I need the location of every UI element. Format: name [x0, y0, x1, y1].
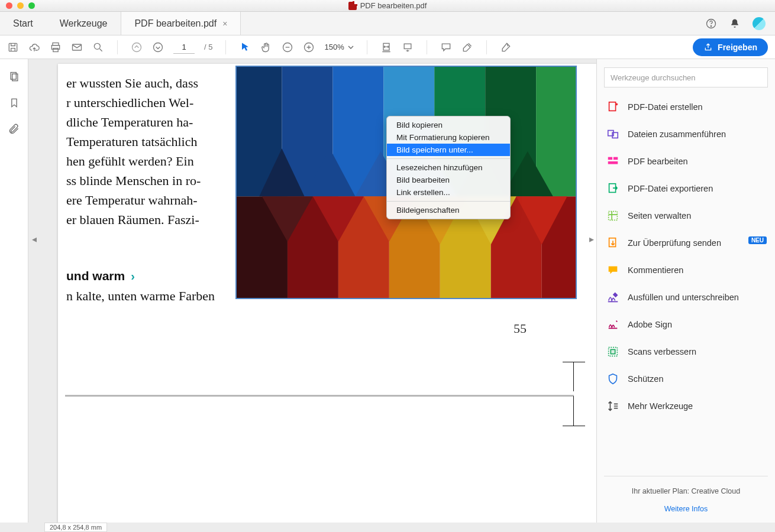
tool-fillsign[interactable]: Ausfüllen und unterschreiben	[600, 284, 771, 311]
comment-icon[interactable]	[440, 41, 452, 53]
combine-icon	[606, 128, 619, 141]
bell-icon[interactable]	[729, 18, 741, 30]
review-icon	[606, 236, 619, 249]
tool-label: Scans verbessern	[628, 347, 696, 356]
export-icon	[606, 182, 619, 195]
body-line: dliche Temperaturen ha-	[66, 112, 193, 132]
tool-export[interactable]: PDF-Datei exportieren	[600, 175, 771, 202]
svg-rect-50	[609, 212, 618, 220]
svg-rect-14	[11, 73, 16, 80]
organize-icon	[606, 209, 619, 222]
tool-label: Ausfüllen und unterschreiben	[628, 293, 739, 302]
bookmark-icon[interactable]	[8, 97, 20, 109]
print-icon[interactable]	[50, 41, 62, 53]
context-menu-item[interactable]: Mit Formatierung kopieren	[387, 131, 510, 144]
tool-scan[interactable]: Scans verbessern	[600, 338, 771, 365]
caption: n kalte, unten warme Farben	[66, 286, 215, 306]
more-info-link[interactable]: Weitere Infos	[597, 505, 775, 513]
status-bar: 204,8 x 254,8 mm	[0, 523, 775, 532]
erase-icon[interactable]	[500, 41, 512, 53]
body-line: r unterschiedlichen Wel-	[66, 93, 193, 113]
tool-combine[interactable]: Dateien zusammenführen	[600, 121, 771, 148]
highlight-icon[interactable]	[461, 41, 473, 53]
tool-more[interactable]: Mehr Werkzeuge	[600, 392, 771, 420]
page-up-icon[interactable]	[131, 41, 143, 53]
page-number-input[interactable]	[173, 41, 195, 54]
body-line: er wussten Sie auch, dass	[66, 73, 198, 93]
tool-create[interactable]: PDF-Datei erstellen	[600, 93, 771, 121]
zoom-dropdown[interactable]: 150%	[324, 43, 353, 51]
body-line: ere Temperatur wahrnah-	[66, 190, 198, 210]
tools-search-input[interactable]: Werkzeuge durchsuchen	[604, 67, 768, 87]
panel-handle-left[interactable]: ◂	[30, 231, 39, 247]
tool-adobesign[interactable]: Adobe Sign	[600, 311, 771, 338]
tool-protect[interactable]: Schützen	[600, 365, 771, 392]
document-canvas[interactable]: ◂ er wussten Sie auch, dassr unterschied…	[28, 59, 596, 523]
svg-rect-48	[608, 161, 618, 164]
fillsign-icon	[606, 291, 619, 304]
tool-label: Mehr Werkzeuge	[628, 401, 693, 411]
tab-tools[interactable]: Werkzeuge	[47, 12, 121, 35]
tool-edit[interactable]: PDF bearbeiten	[600, 148, 771, 175]
panel-handle-right[interactable]: ▸	[587, 231, 596, 247]
tool-review[interactable]: Zur Überprüfung sendenNEU	[600, 229, 771, 257]
tool-label: Zur Überprüfung senden	[628, 238, 721, 248]
avatar[interactable]	[753, 17, 766, 30]
tool-label: Dateien zusammenführen	[628, 129, 726, 139]
tab-document[interactable]: PDF bearbeiten.pdf ×	[121, 12, 241, 35]
pdf-page: er wussten Sie auch, dassr unterschiedli…	[58, 64, 596, 523]
tool-label: PDF-Datei exportieren	[628, 184, 713, 193]
tool-organize[interactable]: Seiten verwalten	[600, 202, 771, 229]
svg-rect-53	[611, 349, 615, 353]
pan-hand-icon[interactable]	[260, 41, 272, 53]
toolbar: / 5 150% Freigeben	[0, 35, 775, 59]
context-menu-item[interactable]: Bildeigenschaften	[387, 204, 510, 216]
left-nav-rail	[0, 59, 28, 523]
create-icon	[606, 100, 619, 113]
tool-label: Kommentieren	[628, 265, 683, 275]
more-icon	[606, 400, 619, 413]
page-total-label: / 5	[204, 43, 212, 51]
cloud-upload-icon[interactable]	[28, 41, 40, 53]
attachment-icon[interactable]	[8, 123, 20, 135]
context-menu-item[interactable]: Lesezeichen hinzufügen	[387, 161, 510, 174]
save-icon[interactable]	[7, 41, 19, 53]
subheading: und warm›	[66, 267, 135, 286]
body-line: ss blinde Menschen in ro-	[66, 171, 201, 191]
share-button[interactable]: Freigeben	[693, 38, 768, 56]
svg-rect-15	[12, 74, 17, 81]
selection-cursor-icon[interactable]	[239, 41, 251, 53]
tools-panel: ▸ Werkzeuge durchsuchen PDF-Datei erstel…	[596, 59, 775, 523]
svg-point-9	[154, 43, 163, 51]
find-icon[interactable]	[92, 41, 104, 53]
mail-icon[interactable]	[71, 41, 83, 53]
fit-width-icon[interactable]	[380, 41, 392, 53]
svg-point-7	[94, 43, 100, 49]
body-line: er blauen Räumen. Faszi-	[66, 210, 199, 230]
svg-rect-51	[609, 238, 616, 247]
scroll-mode-icon[interactable]	[402, 41, 414, 53]
context-menu-item[interactable]: Bild speichern unter...	[387, 144, 510, 156]
context-menu-item[interactable]: Bild bearbeiten	[387, 174, 510, 186]
share-icon	[703, 43, 713, 52]
page-down-icon[interactable]	[152, 41, 164, 53]
tool-comment[interactable]: Kommentieren	[600, 257, 771, 284]
share-label: Freigeben	[718, 43, 757, 52]
svg-rect-5	[53, 48, 58, 51]
svg-rect-47	[613, 157, 618, 160]
tab-start[interactable]: Start	[0, 12, 47, 35]
pdf-file-icon	[348, 2, 357, 10]
new-badge: NEU	[748, 236, 767, 244]
context-menu-item[interactable]: Link erstellen...	[387, 186, 510, 199]
adobesign-icon	[606, 318, 619, 331]
zoom-in-icon[interactable]	[303, 41, 315, 53]
thumbnails-icon[interactable]	[8, 71, 20, 83]
edit-icon	[606, 155, 619, 168]
context-menu-item[interactable]: Bild kopieren	[387, 119, 510, 131]
zoom-out-icon[interactable]	[282, 41, 293, 53]
tool-label: Seiten verwalten	[628, 211, 691, 220]
tab-document-label: PDF bearbeiten.pdf	[134, 18, 217, 29]
help-icon[interactable]	[705, 18, 717, 30]
window-title-text: PDF bearbeiten.pdf	[360, 1, 427, 10]
close-tab-icon[interactable]: ×	[222, 19, 227, 28]
